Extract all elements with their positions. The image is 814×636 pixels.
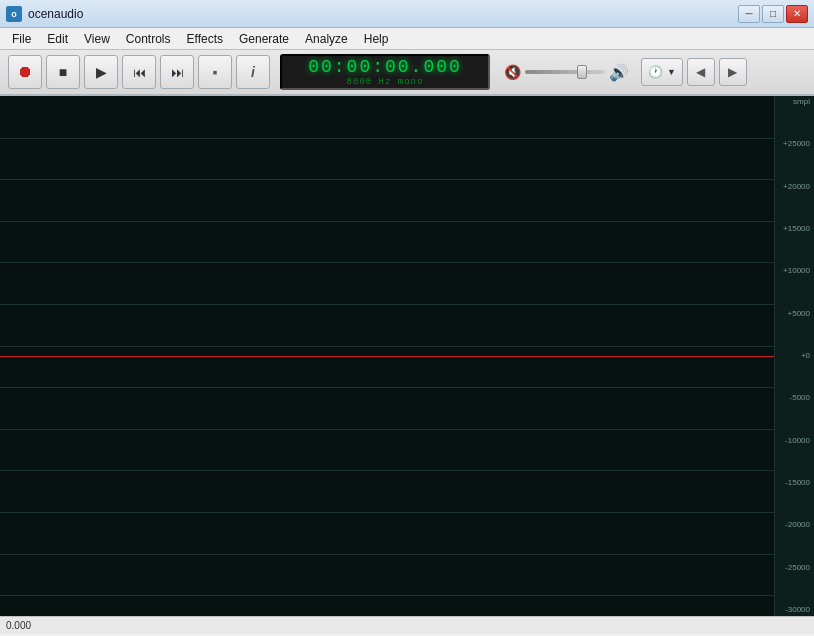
display-time: 00:00:00.000 <box>308 58 462 76</box>
grid-line-3 <box>0 221 774 222</box>
menu-item-edit[interactable]: Edit <box>39 30 76 48</box>
grid-line-8 <box>0 429 774 430</box>
clock-icon: 🕐 <box>648 65 663 79</box>
menu-item-view[interactable]: View <box>76 30 118 48</box>
grid-line-6 <box>0 346 774 347</box>
toolbar: ⏺ ■ ▶ ⏮ ⏭ ▪ i 00:00:00.000 8000 Hz mono … <box>0 50 814 96</box>
menu-item-analyze[interactable]: Analyze <box>297 30 356 48</box>
volume-low-icon: 🔇 <box>504 64 521 80</box>
menu-bar: FileEditViewControlsEffectsGenerateAnaly… <box>0 28 814 50</box>
nav-next-button[interactable]: ▶ <box>719 58 747 86</box>
content-area: smpl+25000+20000+15000+10000+5000+0-5000… <box>0 96 814 616</box>
stop-button[interactable]: ■ <box>46 55 80 89</box>
y-axis-ruler: smpl+25000+20000+15000+10000+5000+0-5000… <box>774 96 814 616</box>
clock-button[interactable]: 🕐 ▼ <box>641 58 683 86</box>
stop2-icon: ▪ <box>213 64 218 80</box>
menu-item-file[interactable]: File <box>4 30 39 48</box>
grid-line-2 <box>0 179 774 180</box>
nav-next-icon: ▶ <box>728 65 737 79</box>
stop-icon: ■ <box>59 64 67 80</box>
menu-item-effects[interactable]: Effects <box>179 30 231 48</box>
grid-line-4 <box>0 262 774 263</box>
main-area[interactable] <box>0 96 774 616</box>
y-label-4: +10000 <box>775 267 814 275</box>
y-label-9: -15000 <box>775 479 814 487</box>
restore-button[interactable]: □ <box>762 5 784 23</box>
grid-line-9 <box>0 470 774 471</box>
volume-high-icon: 🔊 <box>609 63 629 82</box>
menu-item-generate[interactable]: Generate <box>231 30 297 48</box>
y-label-11: -25000 <box>775 564 814 572</box>
app-icon-letter: o <box>11 9 17 19</box>
minimize-button[interactable]: ─ <box>738 5 760 23</box>
close-button[interactable]: ✕ <box>786 5 808 23</box>
y-label-5: +5000 <box>775 310 814 318</box>
clock-dropdown-icon: ▼ <box>667 67 676 77</box>
rewind-button[interactable]: ⏮ <box>122 55 156 89</box>
menu-item-controls[interactable]: Controls <box>118 30 179 48</box>
play-button[interactable]: ▶ <box>84 55 118 89</box>
fast-forward-icon: ⏭ <box>171 65 184 80</box>
status-bar: 0.000 <box>0 616 814 634</box>
play-icon: ▶ <box>96 64 107 80</box>
window-controls: ─ □ ✕ <box>738 5 808 23</box>
title-text: ocenaudio <box>28 7 83 21</box>
y-label-2: +20000 <box>775 183 814 191</box>
grid-line-7 <box>0 387 774 388</box>
info-button[interactable]: i <box>236 55 270 89</box>
y-label-1: +25000 <box>775 140 814 148</box>
nav-prev-button[interactable]: ◀ <box>687 58 715 86</box>
grid-line-12 <box>0 595 774 596</box>
record-button[interactable]: ⏺ <box>8 55 42 89</box>
time-display: 00:00:00.000 8000 Hz mono <box>280 54 490 90</box>
rewind-icon: ⏮ <box>133 65 146 80</box>
y-label-8: -10000 <box>775 437 814 445</box>
record-icon: ⏺ <box>17 63 33 81</box>
volume-control: 🔇 🔊 <box>504 63 629 82</box>
y-label-12: -30000 <box>775 606 814 614</box>
y-label-3: +15000 <box>775 225 814 233</box>
center-line <box>0 356 774 357</box>
y-label-7: -5000 <box>775 394 814 402</box>
app-icon: o <box>6 6 22 22</box>
fast-forward-button[interactable]: ⏭ <box>160 55 194 89</box>
stop2-button[interactable]: ▪ <box>198 55 232 89</box>
volume-slider[interactable] <box>525 70 605 74</box>
y-label-10: -20000 <box>775 521 814 529</box>
y-label-0: smpl <box>775 98 814 106</box>
status-position: 0.000 <box>6 620 31 631</box>
display-info: 8000 Hz mono <box>347 77 424 87</box>
grid-line-5 <box>0 304 774 305</box>
grid-line-1 <box>0 138 774 139</box>
menu-item-help[interactable]: Help <box>356 30 397 48</box>
y-label-6: +0 <box>775 352 814 360</box>
info-icon: i <box>251 64 255 80</box>
title-left: o ocenaudio <box>6 6 83 22</box>
volume-thumb[interactable] <box>577 65 587 79</box>
grid-line-11 <box>0 554 774 555</box>
nav-prev-icon: ◀ <box>696 65 705 79</box>
title-bar: o ocenaudio ─ □ ✕ <box>0 0 814 28</box>
grid-line-10 <box>0 512 774 513</box>
